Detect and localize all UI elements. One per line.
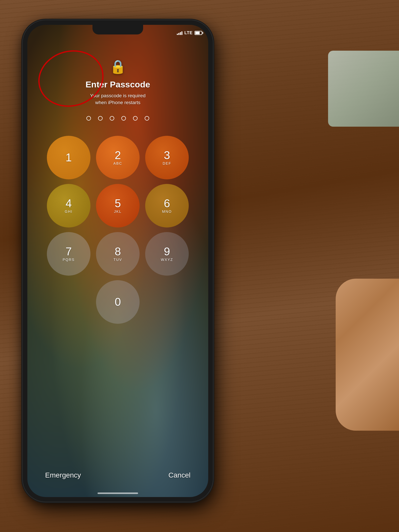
key-1-number: 1 — [66, 152, 72, 163]
passcode-dot-3 — [110, 116, 114, 121]
key-0[interactable]: 0 — [96, 280, 140, 324]
home-indicator — [98, 492, 138, 494]
signal-bar-4 — [181, 31, 182, 35]
key-9-number: 9 — [164, 246, 170, 257]
passcode-dot-2 — [98, 116, 103, 121]
hand-overlay — [336, 279, 399, 431]
key-3-number: 3 — [164, 150, 170, 161]
emergency-button[interactable]: Emergency — [40, 469, 86, 482]
keypad-row-2: 4 GHI 5 JKL 6 MNO — [47, 184, 189, 227]
key-7-number: 7 — [66, 246, 72, 257]
key-8[interactable]: 8 TUV — [96, 232, 140, 276]
key-2[interactable]: 2 ABC — [96, 136, 140, 179]
key-2-number: 2 — [115, 150, 121, 161]
subtitle-line1: Your passcode is required — [90, 93, 146, 98]
signal-bar-1 — [177, 34, 178, 35]
passcode-dot-1 — [86, 116, 91, 121]
notch — [92, 25, 143, 34]
key-3-letters: DEF — [163, 161, 171, 165]
key-1[interactable]: 1 — [47, 136, 90, 179]
lock-icon-container: 🔒 — [110, 59, 126, 74]
key-8-letters: TUV — [113, 258, 122, 262]
signal-bar-2 — [178, 33, 179, 35]
key-6[interactable]: 6 MNO — [145, 184, 189, 227]
keypad-row-4: 0 — [96, 280, 140, 324]
key-4-letters: GHI — [65, 210, 73, 214]
subtitle-line2: when iPhone restarts — [95, 100, 141, 105]
status-bar-right: LTE — [177, 30, 202, 35]
key-9[interactable]: 9 WXYZ — [145, 232, 189, 276]
key-3[interactable]: 3 DEF — [145, 136, 189, 179]
key-0-number: 0 — [115, 296, 121, 308]
phone-screen: LTE 🔒 Enter Passcode Your passcode is re… — [27, 25, 208, 497]
lte-label: LTE — [184, 30, 193, 35]
passcode-dots — [86, 116, 149, 121]
signal-bars — [177, 31, 182, 35]
key-6-letters: MNO — [162, 210, 172, 214]
phone-wrapper: LTE 🔒 Enter Passcode Your passcode is re… — [23, 20, 220, 512]
key-5-number: 5 — [115, 198, 121, 209]
key-2-letters: ABC — [113, 161, 122, 165]
keypad-row-1: 1 2 ABC 3 DEF — [47, 136, 189, 179]
key-7[interactable]: 7 PQRS — [47, 232, 90, 276]
passcode-subtitle: Your passcode is required when iPhone re… — [90, 92, 146, 106]
key-8-number: 8 — [115, 246, 121, 257]
battery-fill — [195, 32, 200, 34]
passcode-dot-5 — [133, 116, 138, 121]
key-5[interactable]: 5 JKL — [96, 184, 140, 227]
battery-icon — [195, 31, 202, 35]
signal-bar-3 — [180, 32, 181, 35]
lock-icon: 🔒 — [110, 59, 126, 74]
key-9-letters: WXYZ — [161, 258, 173, 262]
key-6-number: 6 — [164, 198, 170, 209]
phone-body: LTE 🔒 Enter Passcode Your passcode is re… — [23, 20, 213, 502]
keypad: 1 2 ABC 3 DEF 4 — [27, 136, 208, 324]
key-5-letters: JKL — [114, 210, 122, 214]
cancel-button[interactable]: Cancel — [163, 469, 196, 482]
passcode-dot-4 — [121, 116, 126, 121]
keypad-row-3: 7 PQRS 8 TUV 9 WXYZ — [47, 232, 189, 276]
key-4-number: 4 — [66, 198, 72, 209]
passcode-dot-6 — [145, 116, 149, 121]
lock-screen-content: 🔒 Enter Passcode Your passcode is requir… — [27, 39, 208, 497]
tissue-box — [328, 51, 399, 127]
passcode-title: Enter Passcode — [85, 80, 150, 89]
bottom-actions: Emergency Cancel — [27, 469, 208, 482]
key-4[interactable]: 4 GHI — [47, 184, 90, 227]
key-7-letters: PQRS — [63, 258, 75, 262]
